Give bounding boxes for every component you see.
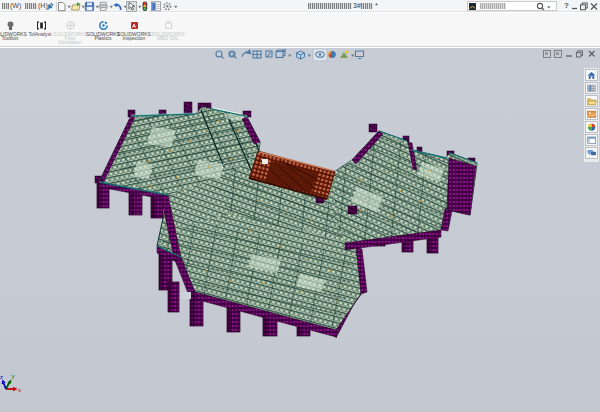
svg-text:Y: Y: [11, 374, 15, 380]
svg-text:z: z: [0, 374, 3, 380]
svg-text:x: x: [18, 387, 21, 393]
